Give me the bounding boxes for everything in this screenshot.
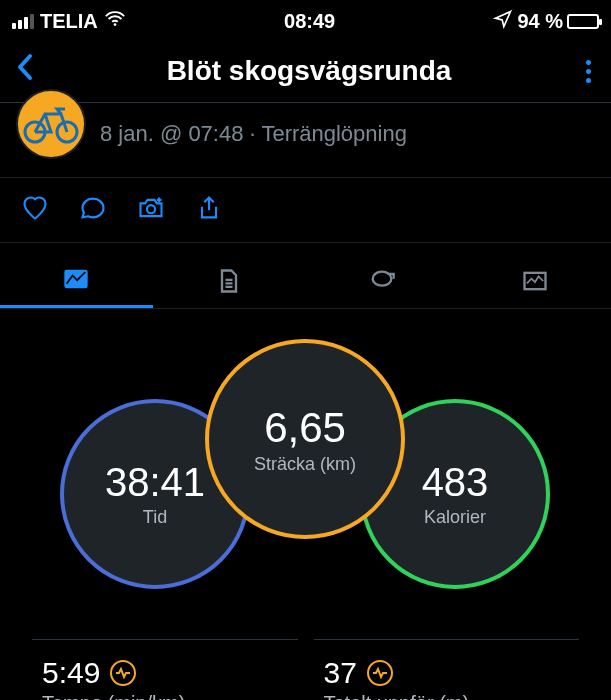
status-right: 94 % [493, 9, 599, 34]
share-button[interactable] [194, 194, 224, 226]
status-bar: TELIA 08:49 94 % [0, 0, 611, 36]
ring-distance-value: 6,65 [264, 404, 346, 452]
stat-ascent-value: 37 [324, 656, 570, 690]
stat-ascent[interactable]: 37 Totalt uppför (m) [314, 639, 580, 700]
lap-icon [365, 267, 399, 295]
battery-icon [567, 14, 599, 29]
more-button[interactable] [582, 56, 595, 87]
ring-distance[interactable]: 6,65 Sträcka (km) [205, 339, 405, 539]
signal-icon [12, 14, 34, 29]
photo-button[interactable] [136, 194, 166, 226]
ring-time-label: Tid [143, 507, 167, 528]
activity-avatar[interactable] [16, 89, 86, 159]
like-button[interactable] [20, 194, 50, 226]
location-icon [493, 9, 513, 34]
document-icon [212, 267, 246, 295]
comment-button[interactable] [78, 194, 108, 226]
pulse-icon [110, 660, 136, 686]
stat-pace-label: Tempo (min/km) [42, 692, 288, 700]
stat-pace-value: 5:49 [42, 656, 288, 690]
activity-meta: 8 jan. @ 07:48 · Terränglöpning [100, 121, 407, 147]
battery-label: 94 % [517, 10, 563, 33]
svg-point-0 [113, 23, 116, 26]
heart-icon [20, 194, 50, 222]
tab-row [0, 243, 611, 309]
back-button[interactable] [16, 52, 36, 90]
activity-date: 8 jan. @ 07:48 [100, 121, 243, 146]
svg-point-3 [147, 205, 155, 213]
header: Blöt skogsvägsrunda [0, 36, 611, 103]
tab-details[interactable] [153, 255, 306, 307]
status-time: 08:49 [284, 10, 335, 33]
ring-calories-label: Kalorier [424, 507, 486, 528]
ring-calories-value: 483 [422, 460, 489, 505]
overview-icon [59, 265, 93, 293]
pulse-icon [367, 660, 393, 686]
stat-ascent-label: Totalt uppför (m) [324, 692, 570, 700]
bike-icon [21, 104, 81, 144]
activity-header: 8 jan. @ 07:48 · Terränglöpning [0, 103, 611, 178]
activity-type: Terränglöpning [261, 121, 407, 146]
ring-time-value: 38:41 [105, 460, 205, 505]
stats-row: 5:49 Tempo (min/km) 37 Totalt uppför (m) [0, 639, 611, 700]
carrier-label: TELIA [40, 10, 98, 33]
wifi-icon [104, 8, 126, 35]
stat-pace[interactable]: 5:49 Tempo (min/km) [32, 639, 298, 700]
tab-charts[interactable] [458, 255, 611, 307]
page-title: Blöt skogsvägsrunda [36, 55, 582, 87]
share-icon [194, 194, 224, 222]
summary-rings: 38:41 Tid 6,65 Sträcka (km) 483 Kalorier [0, 329, 611, 629]
chart-icon [518, 267, 552, 295]
tab-laps[interactable] [306, 255, 459, 307]
action-row [0, 178, 611, 243]
tab-overview[interactable] [0, 253, 153, 308]
comment-icon [78, 194, 108, 222]
status-left: TELIA [12, 8, 126, 35]
camera-icon [136, 194, 166, 222]
ring-distance-label: Sträcka (km) [254, 454, 356, 475]
